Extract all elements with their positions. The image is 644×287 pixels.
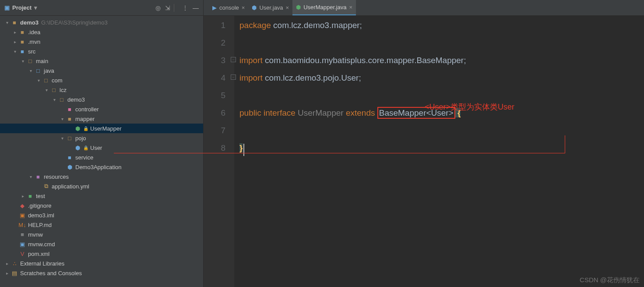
node-mapper[interactable]: ▾■mapper [0, 114, 203, 124]
editor-area: ▶console×⬢User.java×⬢UserMapper.java× 12… [204, 0, 644, 287]
close-icon[interactable]: × [242, 4, 245, 11]
collapse-icon[interactable]: ⇲ [165, 4, 170, 11]
node-help[interactable]: M↓HELP.md [0, 220, 203, 230]
lock-icon: 🔒 [83, 126, 88, 131]
expand-icon[interactable]: ▸ [4, 271, 10, 276]
node-user[interactable]: ⬢🔒User [0, 143, 203, 152]
line-number: 3 [204, 52, 225, 69]
expand-icon[interactable]: ▾ [28, 68, 33, 73]
file-icon: ◆ [18, 202, 26, 209]
node-label: HELP.md [28, 222, 52, 228]
file-icon: ■ [11, 19, 18, 26]
line-number: 7 [204, 122, 225, 139]
file-icon: ■ [18, 39, 26, 45]
node-iml[interactable]: ▣demo3.iml [0, 210, 203, 220]
file-icon: ■ [18, 48, 26, 55]
line-number: 2 [204, 34, 225, 52]
project-tree: ▾■demo3G:\IDEA\S3\Spring\demo3▸■.idea▸■.… [0, 16, 203, 287]
node-label: application.yml [52, 183, 89, 190]
file-icon: ■ [34, 174, 42, 180]
code-line-6: public interface UserMapper extends Base… [239, 104, 644, 122]
expand-icon[interactable]: ▾ [12, 49, 18, 54]
node-main[interactable]: ▾□main [0, 56, 203, 66]
tab-console[interactable]: ▶console× [209, 0, 248, 15]
node-idea[interactable]: ▸■.idea [0, 27, 203, 37]
node-lcz[interactable]: ▾□lcz [0, 85, 203, 95]
node-java[interactable]: ▾□java [0, 66, 203, 75]
node-demo3pkg[interactable]: ▾□demo3 [0, 95, 203, 104]
code-line-4: −import com.lcz.demo3.pojo.User; [239, 69, 644, 87]
node-label: java [44, 67, 54, 74]
expand-icon[interactable]: ▾ [20, 59, 25, 64]
line-number: 8 [204, 139, 225, 157]
node-label: controller [75, 106, 99, 113]
node-mvnw[interactable]: ≡mvnw [0, 230, 203, 239]
project-title: Project [12, 4, 32, 11]
node-label: com [52, 77, 63, 84]
node-demo3app[interactable]: ⬢Demo3Application [0, 162, 203, 172]
node-appyml[interactable]: ⧉application.yml [0, 181, 203, 191]
project-sidebar: ▣ Project ▾ ◎ ⇲ ⋮ — ▾■demo3G:\IDEA\S3\Sp… [0, 0, 204, 287]
expand-icon[interactable]: ▾ [52, 97, 57, 102]
node-label: resources [44, 174, 69, 180]
lock-icon: 🔒 [83, 145, 88, 150]
node-label: mapper [75, 116, 95, 122]
file-icon: M↓ [18, 222, 26, 228]
chevron-down-icon[interactable]: ▾ [34, 4, 37, 11]
node-demo3[interactable]: ▾■demo3G:\IDEA\S3\Spring\demo3 [0, 18, 203, 27]
file-icon: □ [50, 87, 58, 93]
node-src[interactable]: ▾■src [0, 46, 203, 56]
expand-icon[interactable]: ▾ [28, 174, 33, 179]
fold-icon[interactable]: − [231, 74, 236, 80]
file-icon: ⬢ [74, 125, 81, 132]
file-icon: □ [66, 135, 74, 142]
file-icon: ≡ [18, 231, 26, 238]
node-label: .gitignore [28, 202, 51, 209]
file-icon: □ [42, 77, 50, 84]
node-service[interactable]: ■service [0, 152, 203, 162]
expand-icon[interactable]: ▾ [44, 88, 49, 92]
close-icon[interactable]: × [286, 4, 289, 11]
node-usermapper[interactable]: ⬢🔒UserMapper [0, 124, 203, 133]
expand-icon[interactable]: ▾ [60, 117, 65, 121]
node-controller[interactable]: ■controller [0, 104, 203, 114]
node-label: lcz [60, 87, 67, 93]
code-area[interactable]: 12345678 package com.lcz.demo3.mapper; −… [204, 16, 644, 287]
node-mvn[interactable]: ▸■.mvn [0, 37, 203, 46]
expand-icon[interactable]: ▸ [20, 194, 25, 198]
separator [174, 4, 174, 12]
node-com[interactable]: ▾□com [0, 75, 203, 85]
node-scratch[interactable]: ▸▤Scratches and Consoles [0, 268, 203, 278]
expand-icon[interactable]: ▾ [60, 136, 65, 141]
line-number: 1 [204, 17, 225, 34]
code-body[interactable]: package com.lcz.demo3.mapper; −import co… [234, 16, 644, 287]
node-test[interactable]: ▸■test [0, 191, 203, 201]
node-label: test [36, 193, 45, 199]
code-line-2 [239, 34, 644, 52]
node-mvnwcmd[interactable]: ▣mvnw.cmd [0, 239, 203, 249]
node-label: External Libraries [20, 260, 64, 267]
code-line-8: } [239, 139, 644, 157]
expand-icon[interactable]: ▾ [36, 78, 41, 83]
tab-usermapper[interactable]: ⬢UserMapper.java× [292, 0, 356, 15]
node-label: src [28, 48, 35, 55]
node-pom[interactable]: Vpom.xml [0, 249, 203, 259]
expand-icon[interactable]: ▸ [12, 30, 18, 35]
expand-icon[interactable]: ▾ [4, 20, 10, 25]
tab-user[interactable]: ⬢User.java× [248, 0, 292, 15]
close-icon[interactable]: × [349, 4, 352, 11]
expand-icon[interactable]: ▸ [12, 39, 18, 44]
expand-icon[interactable]: ▸ [4, 261, 10, 266]
hide-icon[interactable]: — [193, 4, 199, 11]
file-icon: □ [34, 67, 42, 74]
node-gitignore[interactable]: ◆.gitignore [0, 201, 203, 210]
gutter: 12345678 [204, 16, 234, 287]
fold-icon[interactable]: − [231, 57, 236, 62]
node-resources[interactable]: ▾■resources [0, 172, 203, 181]
more-icon[interactable]: ⋮ [182, 4, 188, 11]
file-icon: ▣ [18, 241, 26, 248]
node-extlib[interactable]: ▸⛬External Libraries [0, 259, 203, 268]
node-label: main [36, 58, 48, 64]
target-icon[interactable]: ◎ [155, 4, 161, 11]
node-pojo[interactable]: ▾□pojo [0, 133, 203, 143]
